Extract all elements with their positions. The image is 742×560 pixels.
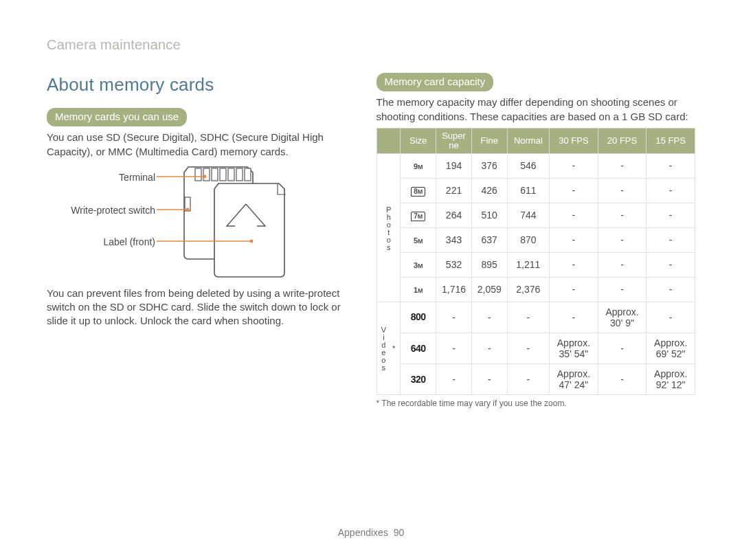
svg-rect-5 — [236, 168, 243, 181]
capacity-cell: 264 — [436, 203, 472, 228]
size-icon: 5M — [401, 228, 436, 253]
video-size: 640 — [401, 333, 436, 363]
svg-rect-4 — [228, 168, 234, 181]
label-write-protect-switch: Write-protect switch — [71, 204, 155, 217]
capacity-cell: 2,059 — [471, 277, 507, 302]
table-header: Fine — [471, 128, 507, 154]
breadcrumb: Camera maintenance — [47, 36, 181, 54]
size-icon: 3M — [401, 252, 436, 277]
capacity-cell: Approx. 69' 52" — [647, 333, 695, 363]
svg-rect-3 — [220, 168, 226, 181]
capacity-cell: - — [436, 302, 472, 333]
capacity-cell: 426 — [471, 179, 507, 203]
svg-point-13 — [250, 240, 253, 243]
capacity-cell: 1,211 — [507, 252, 550, 277]
svg-rect-6 — [245, 168, 251, 181]
footer-page-number: 90 — [394, 527, 405, 538]
video-size: 320 — [401, 364, 436, 395]
capacity-cell: - — [598, 203, 647, 228]
capacity-cell: - — [598, 277, 647, 302]
capacity-cell: - — [598, 252, 647, 277]
capacity-cell: - — [550, 203, 598, 228]
capacity-cell: Approx. 35' 54" — [550, 333, 598, 363]
capacity-intro: The memory capacity may differ depending… — [376, 96, 695, 124]
capacity-cell: - — [647, 203, 695, 228]
capacity-cell: 870 — [507, 228, 550, 253]
capacity-cell: - — [507, 302, 550, 333]
capacity-cell: - — [507, 364, 550, 395]
capacity-cell: - — [471, 302, 507, 333]
memory-cards-intro: You can use SD (Secure Digital), SDHC (S… — [47, 131, 345, 159]
right-column: Memory card capacity The memory capacity… — [376, 73, 695, 409]
svg-rect-2 — [212, 168, 218, 181]
capacity-cell: - — [550, 179, 598, 203]
capacity-cell: 376 — [471, 154, 507, 179]
capacity-cell: - — [598, 179, 647, 203]
capacity-cell: - — [647, 179, 695, 203]
capacity-cell: - — [436, 364, 472, 395]
capacity-cell: - — [436, 333, 472, 363]
table-header: Super ne — [436, 128, 472, 154]
capacity-cell: 510 — [471, 203, 507, 228]
sd-card-illustration — [157, 163, 322, 278]
capacity-cell: - — [598, 364, 647, 395]
capacity-table: SizeSuper neFineNormal30 FPS20 FPS15 FPS… — [376, 128, 695, 396]
capacity-cell: - — [598, 154, 647, 179]
left-column: About memory cards Memory cards you can … — [47, 73, 345, 409]
capacity-cell: 532 — [436, 252, 472, 277]
group-label-videos: * Videos — [376, 302, 401, 395]
capacity-cell: 343 — [436, 228, 472, 253]
capacity-footnote: * The recordable time may vary if you us… — [376, 398, 695, 409]
size-icon: 8M — [401, 179, 436, 203]
capacity-cell: - — [471, 364, 507, 395]
svg-point-11 — [186, 208, 189, 211]
capacity-cell: 611 — [507, 179, 550, 203]
table-header: Size — [401, 128, 436, 154]
capacity-cell: - — [598, 228, 647, 253]
capacity-cell: 194 — [436, 154, 472, 179]
svg-point-9 — [203, 175, 206, 178]
capacity-cell: - — [550, 154, 598, 179]
footer-section: Appendixes — [338, 527, 388, 538]
size-icon: 9M — [401, 154, 436, 179]
size-icon: 7M — [401, 203, 436, 228]
svg-rect-0 — [195, 168, 201, 181]
page-title: About memory cards — [47, 73, 345, 97]
label-front: Label (front) — [104, 236, 155, 249]
capacity-cell: - — [471, 333, 507, 363]
capacity-cell: - — [647, 154, 695, 179]
capacity-cell: 1,716 — [436, 277, 472, 302]
table-corner — [376, 128, 401, 154]
capacity-cell: Approx. 47' 24" — [550, 364, 598, 395]
table-header: 30 FPS — [550, 128, 598, 154]
table-header: 20 FPS — [598, 128, 647, 154]
section-pill-memory-cards: Memory cards you can use — [47, 108, 187, 126]
sd-card-diagram: Terminal Write-protect switch Label (fro… — [47, 163, 345, 280]
capacity-cell: 2,376 — [507, 277, 550, 302]
capacity-cell: - — [647, 302, 695, 333]
page-footer: Appendixes 90 — [0, 526, 742, 539]
video-size: 800 — [401, 302, 436, 333]
write-protect-text: You can prevent files from being deleted… — [47, 287, 345, 328]
capacity-cell: - — [647, 252, 695, 277]
capacity-cell: - — [550, 252, 598, 277]
capacity-cell: - — [647, 277, 695, 302]
capacity-cell: - — [550, 277, 598, 302]
capacity-cell: - — [598, 333, 647, 363]
capacity-cell: 637 — [471, 228, 507, 253]
capacity-cell: 895 — [471, 252, 507, 277]
capacity-cell: - — [647, 228, 695, 253]
capacity-cell: 221 — [436, 179, 472, 203]
capacity-cell: 744 — [507, 203, 550, 228]
table-header: 15 FPS — [647, 128, 695, 154]
table-header: Normal — [507, 128, 550, 154]
group-label-photos: Photos — [376, 154, 401, 302]
size-icon: 1M — [401, 277, 436, 302]
capacity-cell: - — [507, 333, 550, 363]
capacity-cell: - — [550, 302, 598, 333]
capacity-cell: Approx. 30' 9" — [598, 302, 647, 333]
svg-rect-1 — [203, 168, 210, 181]
label-terminal: Terminal — [119, 171, 155, 184]
capacity-cell: Approx. 92' 12" — [647, 364, 695, 395]
section-pill-capacity: Memory card capacity — [376, 73, 494, 91]
